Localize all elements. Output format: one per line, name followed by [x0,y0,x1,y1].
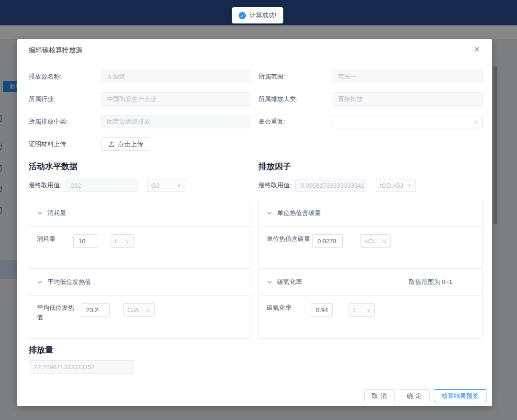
activity-title: 活动水平数据 [29,161,250,172]
emission-value-input: 22.229621333333352 [29,360,134,374]
scope-input: 范围一 [333,70,483,83]
dialog-title: 编辑碳核算排放源 [29,46,82,55]
factor-title: 排放因子 [258,161,483,172]
upload-button-label: 点击上传 [118,140,143,148]
activity-final-input: 232 [66,179,137,192]
dialog-body: 排放源名称: 无烟煤 所属范围: 范围一 所属行业: 中国陶瓷生产企业 所属排放… [17,61,492,374]
close-icon[interactable]: ✕ [472,45,482,55]
factor-section: 排放因子 最终取用值: 0.09581733333333341 tCO₂/GJ … [258,161,483,339]
carbon-content-row-label: 单位热值含碳量 [267,234,312,244]
dialog-footer: 取 消 确 定 核算结果预览 [364,389,486,402]
carbon-content-unit-value: t-C/... [364,238,380,245]
heating-value-panel-header[interactable]: 平均低位发热值 [29,268,250,295]
consumption-panel-body: 消耗量 10 t ∨ [29,226,250,268]
upload-button[interactable]: 点击上传 [101,137,150,151]
field-source-name: 排放源名称: 无烟煤 [29,70,250,83]
activity-collapse: 消耗量 消耗量 10 t ∨ [29,200,250,339]
mid-category-input: 固定源燃烧排放 [101,115,250,128]
activity-section: 活动水平数据 最终取用值: 232 GJ ∨ [29,161,250,339]
activity-unit-select[interactable]: GJ ∨ [147,179,185,192]
carbon-content-panel-header[interactable]: 单位热值含碳量 [259,200,482,226]
consumption-row-label: 消耗量 [37,234,73,244]
oxidation-rate-input[interactable]: 0.94 [311,303,333,317]
toast-message: 计算成功! [250,11,277,20]
activity-final-row: 最终取用值: 232 GJ ∨ [29,179,250,192]
duplicate-label: 是否重复: [258,117,333,126]
source-name-input: 无烟煤 [101,70,250,83]
heating-value-panel-body: 平均低位发热值 23.2 GJ/t ∨ [29,295,250,338]
chevron-down-icon: ∨ [177,182,181,189]
mid-category-label: 所属排放中类: [29,117,101,126]
carbon-content-panel-body: 单位热值含碳量 0.0278 t-C/... ∨ [259,226,482,268]
oxidation-rate-unit-value: / [353,306,355,314]
carbon-content-panel-title: 单位热值含碳量 [277,209,321,217]
heating-value-row-label: 平均低位发热值 [37,303,77,322]
source-name-label: 排放源名称: [29,72,101,81]
activity-unit-value: GJ [151,182,159,189]
dialog-header: 编辑碳核算排放源 ✕ [17,39,492,61]
field-mid-category: 所属排放中类: 固定源燃烧排放 [29,115,250,128]
field-major-category: 所属排放大类: 直接排放 [258,92,483,106]
activity-final-label: 最终取用值: [29,181,62,190]
chevron-down-icon: ∨ [367,307,371,313]
consumption-unit-value: t [115,238,117,245]
field-scope: 所属范围: 范围一 [258,70,483,83]
industry-label: 所属行业: [29,95,101,103]
field-industry: 所属行业: 中国陶瓷生产企业 [29,92,250,106]
factor-unit-value: tCO₂/GJ [380,182,403,189]
field-upload: 证明材料上传: 点击上传 [29,137,250,151]
major-category-label: 所属排放大类: [258,95,333,103]
factor-collapse: 单位热值含碳量 单位热值含碳量 0.0278 t-C/... ∨ [258,200,483,339]
carbon-content-input[interactable]: 0.0278 [312,234,343,248]
factor-final-row: 最终取用值: 0.09581733333333341 tCO₂/GJ ∨ [258,179,483,192]
factor-final-input: 0.09581733333333341 [295,179,366,192]
chevron-down-icon: ∨ [474,119,478,125]
oxidation-rate-panel-title: 碳氧化率 [277,278,302,286]
consumption-panel-title: 消耗量 [47,209,66,217]
carbon-content-unit-select[interactable]: t-C/... ∨ [360,234,391,248]
chevron-down-icon: ∨ [125,238,129,244]
form-fields: 排放源名称: 无烟煤 所属范围: 范围一 所属行业: 中国陶瓷生产企业 所属排放… [29,70,483,160]
toast-success: ✓ 计算成功! [232,7,283,23]
chevron-down-icon: ∨ [408,182,412,189]
industry-input: 中国陶瓷生产企业 [101,92,250,106]
heating-value-unit-select[interactable]: GJ/t ∨ [123,303,155,317]
oxidation-rate-unit-select[interactable]: / ∨ [349,303,375,317]
heating-value-input[interactable]: 23.2 [81,303,110,317]
chevron-down-icon [267,279,272,285]
oxidation-rate-row-label: 碳氧化率 [267,303,307,313]
consumption-panel-header[interactable]: 消耗量 [29,200,250,226]
chevron-down-icon [37,210,43,216]
chevron-down-icon [267,210,272,216]
duplicate-select[interactable]: ∨ [333,115,483,128]
confirm-button[interactable]: 确 定 [399,389,430,402]
oxidation-rate-hint: 取值范围为 0~1 [409,278,452,286]
edit-emission-source-dialog: 编辑碳核算排放源 ✕ 排放源名称: 无烟煤 所属范围: 范围一 所属行业: 中国… [17,39,492,406]
chevron-down-icon: ∨ [146,307,150,313]
factor-final-label: 最终取用值: [258,181,292,190]
chevron-down-icon [37,279,43,285]
heating-value-panel-title: 平均低位发热值 [47,278,91,286]
major-category-input: 直接排放 [333,92,483,106]
upload-label: 证明材料上传: [29,140,101,148]
oxidation-rate-panel-body: 碳氧化率 0.94 / ∨ [259,295,482,338]
cancel-button[interactable]: 取 消 [364,389,395,402]
factor-unit-select[interactable]: tCO₂/GJ ∨ [376,179,416,192]
consumption-unit-select[interactable]: t ∨ [111,234,134,248]
emission-title: 排放量 [29,344,483,355]
oxidation-rate-panel-header[interactable]: 碳氧化率 取值范围为 0~1 [259,268,482,295]
sections: 活动水平数据 最终取用值: 232 GJ ∨ [29,161,483,339]
chevron-down-icon: ∨ [382,238,386,244]
consumption-input[interactable]: 10 [73,234,98,248]
upload-icon [109,141,114,147]
heating-value-unit-value: GJ/t [127,306,139,314]
field-duplicate: 是否重复: ∨ [258,115,483,128]
check-circle-icon: ✓ [239,12,246,19]
scope-label: 所属范围: [258,72,333,81]
screen: 新增 司 司 司 司 司 ✓ 计算成功! 编辑碳核算排放源 ✕ 排放源名称: 无… [0,0,517,420]
preview-result-button[interactable]: 核算结果预览 [434,389,486,402]
